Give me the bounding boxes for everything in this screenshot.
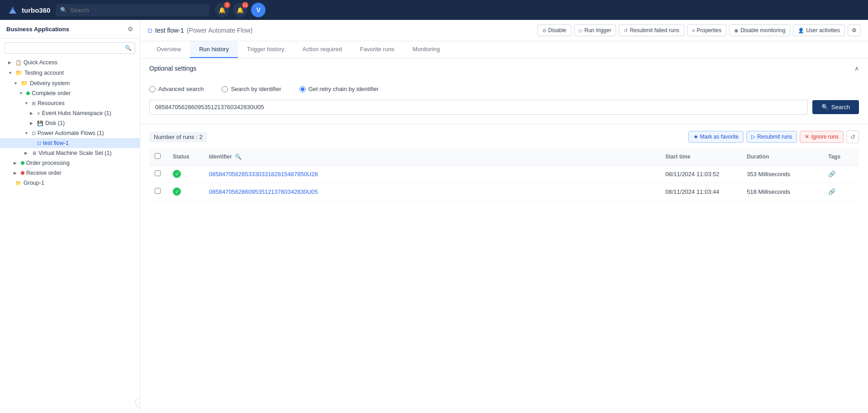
th-status: Status	[167, 149, 204, 165]
ignore-runs-button[interactable]: ✕ Ignore runs	[800, 131, 844, 143]
th-tags: Tags	[823, 149, 859, 165]
alert-icon: 🔔	[237, 7, 244, 14]
row-checkbox-cell	[149, 183, 167, 201]
content-header: ⊡ test flow-1 (Power Automate Flow) ⊘ Di…	[140, 20, 868, 41]
sidebar-item-delivery-system[interactable]: ▼ 📁 Delivery system	[0, 78, 140, 88]
sidebar-item-test-flow-1[interactable]: ▶ ⊡ test flow-1	[0, 138, 140, 148]
identifier-search-row: 🔍 Search	[149, 100, 859, 115]
link-icon[interactable]: 🔗	[828, 188, 835, 195]
run-trigger-button[interactable]: ▷ Run trigger	[574, 24, 616, 36]
optional-settings-body: Advanced search Search by identifier Get…	[140, 78, 868, 124]
select-all-checkbox[interactable]	[155, 153, 161, 159]
app-name: turbo360	[22, 6, 50, 14]
chevron-right-icon: ▶	[14, 161, 19, 165]
resubmit-failed-button[interactable]: ↺ Resubmit failed runs	[619, 24, 684, 36]
tab-action-required[interactable]: Action required	[294, 41, 351, 58]
top-search-icon: 🔍	[60, 7, 67, 13]
sidebar-settings-icon[interactable]: ⚙	[128, 25, 133, 33]
table-row: ✓ 085847056285333033182815487850U28 08/1…	[149, 165, 859, 183]
radio-advanced-search-input[interactable]	[149, 86, 156, 92]
disable-monitoring-button[interactable]: ◉ Disable monitoring	[729, 24, 790, 36]
app-logo[interactable]: turbo360	[7, 5, 50, 15]
sidebar-item-power-automate-flows[interactable]: ▼ ⊡ Power Automate Flows (1)	[0, 128, 140, 138]
chevron-down-icon: ▼	[14, 81, 19, 86]
user-avatar[interactable]: V	[251, 3, 266, 17]
radio-get-retry-chain-input[interactable]	[299, 86, 306, 92]
sidebar-item-testing-account[interactable]: ▼ 📁 Testing account	[0, 67, 140, 78]
disable-icon: ⊘	[542, 28, 546, 34]
flow-type: (Power Automate Flow)	[187, 27, 253, 34]
row-tags-cell: 🔗	[823, 183, 859, 201]
mark-favorite-button[interactable]: ★ Mark as favorite	[688, 131, 744, 143]
row-checkbox[interactable]	[155, 188, 161, 194]
th-search-icon[interactable]: 🔍	[235, 154, 242, 160]
more-options-button[interactable]: ⚙	[848, 24, 861, 36]
identifier-search-button[interactable]: 🔍 Search	[812, 100, 859, 114]
status-dot-red	[21, 171, 24, 175]
run-trigger-label: Run trigger	[584, 27, 611, 34]
identifier-input[interactable]	[149, 100, 808, 115]
link-icon[interactable]: 🔗	[828, 171, 835, 178]
disable-monitoring-icon: ◉	[734, 28, 739, 34]
th-duration: Duration	[741, 149, 823, 165]
sidebar-item-complete-order[interactable]: ▼ Complete order	[0, 88, 140, 98]
chevron-down-icon: ▼	[19, 91, 24, 96]
flow-name: test flow-1	[155, 27, 184, 34]
tab-run-history[interactable]: Run history	[190, 41, 238, 58]
sidebar-title: Business Applications	[6, 26, 69, 33]
sidebar-item-label: Order processing	[26, 160, 70, 166]
sidebar-collapse-button[interactable]: ‹	[135, 398, 140, 408]
optional-settings-title: Optional settings	[149, 65, 196, 72]
status-dot-green	[26, 91, 30, 95]
refresh-button[interactable]: ↺	[846, 130, 859, 143]
resubmit-runs-button[interactable]: ▷ Resubmit runs	[746, 131, 797, 143]
th-checkbox	[149, 149, 167, 165]
notifications-button[interactable]: 🔔 3	[215, 3, 229, 17]
optional-settings-header[interactable]: Optional settings ∧	[140, 58, 868, 78]
row-duration-cell: 353 Milliseconds	[741, 165, 823, 183]
sidebar-item-group-1[interactable]: ▶ 📁 Group-1	[0, 178, 140, 188]
optional-settings-section: Optional settings ∧ Advanced search Sear…	[140, 58, 868, 124]
sidebar-item-event-hubs[interactable]: ▶ ≡ Event Hubs Namespace (1)	[0, 108, 140, 118]
properties-button[interactable]: ≡ Properties	[687, 24, 726, 36]
run-identifier-link[interactable]: 085847056285333033182815487850U28	[209, 171, 318, 178]
radio-get-retry-chain[interactable]: Get retry chain by identifier	[299, 86, 379, 92]
tabs-bar: Overview Run history Trigger history Act…	[140, 41, 868, 58]
sidebar-item-quick-access[interactable]: ▶ 📋 Quick Access	[0, 58, 140, 67]
sidebar-item-label: Event Hubs Namespace (1)	[42, 110, 111, 116]
runs-table-body: ✓ 085847056285333033182815487850U28 08/1…	[149, 165, 859, 201]
radio-search-by-id[interactable]: Search by identifier	[222, 86, 281, 92]
page-title: ⊡ test flow-1 (Power Automate Flow)	[147, 27, 252, 34]
sidebar: Business Applications ⚙ 🔍 ▶ 📋 Quick Acce…	[0, 20, 140, 413]
radio-advanced-search-label: Advanced search	[158, 86, 204, 92]
tab-overview[interactable]: Overview	[147, 41, 190, 58]
status-success-icon: ✓	[173, 187, 181, 196]
results-area: Number of runs : 2 ★ Mark as favorite ▷ …	[140, 124, 868, 207]
notif-badge: 3	[224, 2, 230, 8]
folder-icon: 📁	[15, 180, 22, 186]
tab-monitoring[interactable]: Monitoring	[403, 41, 449, 58]
radio-search-by-id-input[interactable]	[222, 86, 228, 92]
sidebar-item-receive-order[interactable]: ▶ Receive order	[0, 168, 140, 178]
alerts-button[interactable]: 🔔 11	[233, 3, 247, 17]
th-identifier-label: Identifier	[209, 154, 232, 160]
row-checkbox[interactable]	[155, 170, 161, 176]
run-identifier-link[interactable]: 085847056286095351213760342830U05	[209, 188, 318, 195]
radio-advanced-search[interactable]: Advanced search	[149, 86, 204, 92]
disable-button[interactable]: ⊘ Disable	[537, 24, 571, 36]
sidebar-item-resources[interactable]: ▼ ⊞ Resources	[0, 98, 140, 108]
tab-trigger-history[interactable]: Trigger history	[238, 41, 294, 58]
sidebar-item-label: Group-1	[24, 180, 44, 186]
user-activities-button[interactable]: 👤 User activities	[793, 24, 845, 36]
tab-favorite-runs[interactable]: Favorite runs	[351, 41, 403, 58]
sidebar-item-label: Delivery system	[30, 80, 70, 86]
sidebar-item-disk[interactable]: ▶ 💾 Disk (1)	[0, 118, 140, 128]
resubmit-runs-icon: ▷	[751, 134, 755, 140]
sidebar-item-order-processing[interactable]: ▶ Order processing	[0, 158, 140, 168]
folder-icon: 📁	[21, 80, 28, 86]
sidebar-search-input[interactable]	[5, 42, 135, 54]
top-search-input[interactable]	[56, 4, 209, 16]
sidebar-item-virtual-machine[interactable]: ▶ 🖥 Virtual Machine Scale Set (1)	[0, 148, 140, 158]
grid-icon: ⊞	[32, 101, 36, 106]
more-options-icon: ⚙	[852, 27, 857, 34]
